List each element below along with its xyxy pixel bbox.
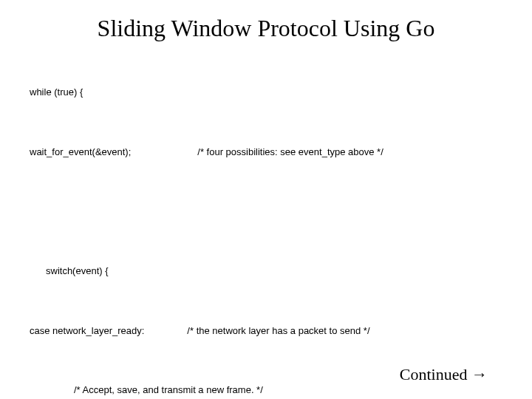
code-line: while (true) { xyxy=(30,85,502,100)
code-line: switch(event) { xyxy=(30,264,502,279)
continued-label: Continued → xyxy=(400,365,488,384)
code-line: case network_layer_ready: xyxy=(30,324,144,338)
code-comment: /* four possibilities: see event_type ab… xyxy=(131,145,383,160)
slide-title: Sliding Window Protocol Using Go xyxy=(30,15,502,42)
code-block: while (true) { wait_for_event(&event); /… xyxy=(30,55,502,399)
code-comment: /* Accept, save, and transmit a new fram… xyxy=(30,383,502,398)
blank-line xyxy=(30,204,502,219)
code-comment: /* the network layer has a packet to sen… xyxy=(144,324,369,338)
code-line: wait_for_event(&event); xyxy=(30,145,131,160)
